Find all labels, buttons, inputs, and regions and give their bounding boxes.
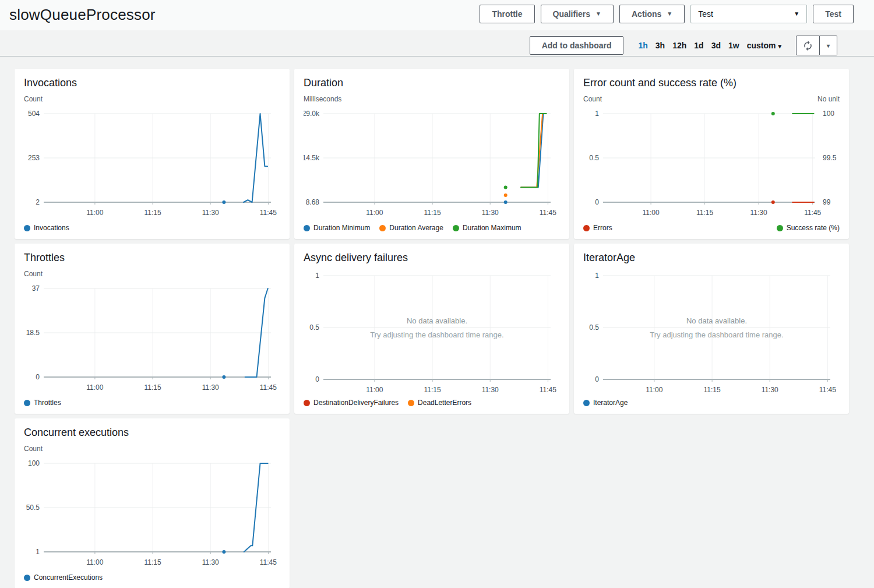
x-tick-label: 11:30 bbox=[202, 383, 219, 392]
test-event-select[interactable]: Test▼ bbox=[690, 5, 807, 23]
legend-item[interactable]: ConcurrentExecutions bbox=[24, 573, 103, 582]
y-tick-label: 37 bbox=[32, 284, 40, 293]
caret-down-icon: ▼ bbox=[595, 11, 601, 17]
legend-swatch-icon bbox=[453, 225, 459, 231]
panel-concurrent-executions: Concurrent executions Count10050.5111:00… bbox=[15, 418, 290, 588]
time-range-12h[interactable]: 12h bbox=[672, 41, 686, 50]
chart-legend: ErrorsSuccess rate (%) bbox=[583, 224, 840, 232]
y-tick-label: 29.0k bbox=[304, 110, 320, 118]
y-tick-label: 1 bbox=[36, 548, 40, 556]
legend-item[interactable]: DeadLetterErrors bbox=[408, 399, 471, 407]
x-tick-label: 11:45 bbox=[540, 209, 556, 217]
legend-swatch-icon bbox=[583, 225, 590, 231]
refresh-options-button[interactable]: ▾ bbox=[820, 36, 837, 55]
chart-legend: ConcurrentExecutions bbox=[24, 573, 280, 582]
x-tick-label: 11:45 bbox=[819, 386, 836, 394]
y-tick-label: 1 bbox=[595, 110, 599, 118]
time-range-3d[interactable]: 3d bbox=[711, 41, 721, 50]
panel-duration: Duration Milliseconds29.0k14.5k8.6811:00… bbox=[294, 69, 569, 239]
x-tick-label: 11:45 bbox=[260, 383, 277, 392]
chart-legend: Throttles bbox=[24, 399, 280, 407]
right-y-tick-label: 99 bbox=[823, 198, 831, 206]
time-range-3h[interactable]: 3h bbox=[656, 41, 665, 50]
panel-title: Async delivery failures bbox=[304, 252, 560, 264]
legend-item[interactable]: Success rate (%) bbox=[777, 224, 840, 232]
chart-plot: 3718.5011:0011:1511:3011:45 bbox=[24, 283, 280, 396]
axis-unit-row: Count bbox=[24, 445, 280, 453]
legend-swatch-icon bbox=[304, 400, 310, 406]
y-tick-label: 0 bbox=[36, 373, 40, 381]
legend-item[interactable]: Errors bbox=[583, 224, 612, 232]
panel-title: Concurrent executions bbox=[24, 427, 280, 439]
legend-item[interactable]: Duration Average bbox=[379, 224, 443, 232]
left-axis-unit: Milliseconds bbox=[304, 95, 341, 103]
x-tick-label: 11:30 bbox=[482, 209, 499, 217]
panel-throttles: Throttles Count3718.5011:0011:1511:3011:… bbox=[15, 244, 290, 414]
refresh-button[interactable] bbox=[796, 36, 820, 55]
metrics-grid: Invocations Count504253211:0011:1511:301… bbox=[15, 69, 849, 588]
legend-label: DestinationDeliveryFailures bbox=[313, 399, 399, 407]
x-tick-label: 11:00 bbox=[643, 209, 660, 217]
legend-item[interactable]: DestinationDeliveryFailures bbox=[304, 399, 399, 407]
panel-invocations: Invocations Count504253211:0011:1511:301… bbox=[15, 69, 290, 239]
add-to-dashboard-button[interactable]: Add to dashboard bbox=[530, 36, 624, 55]
y-tick-label: 14.5k bbox=[304, 154, 320, 162]
qualifiers-button-label: Qualifiers bbox=[553, 9, 591, 19]
panel-title: Throttles bbox=[24, 252, 280, 264]
chart-legend: Duration MinimumDuration AverageDuration… bbox=[304, 224, 560, 232]
legend-label: Duration Average bbox=[389, 224, 443, 232]
time-range-1d[interactable]: 1d bbox=[694, 41, 703, 50]
left-axis-unit: Count bbox=[24, 95, 43, 103]
test-event-select-value: Test bbox=[698, 9, 713, 19]
caret-down-icon: ▾ bbox=[827, 43, 830, 49]
time-range-1h[interactable]: 1h bbox=[638, 41, 647, 50]
x-tick-label: 11:30 bbox=[202, 558, 219, 566]
series-dot bbox=[504, 200, 508, 204]
no-data-message: No data available. bbox=[686, 316, 747, 325]
series-dot bbox=[222, 200, 225, 204]
test-button[interactable]: Test bbox=[813, 5, 854, 23]
x-tick-label: 11:15 bbox=[704, 386, 721, 394]
actions-button[interactable]: Actions▼ bbox=[619, 5, 685, 23]
legend-item[interactable]: IteratorAge bbox=[583, 399, 628, 407]
panel-error-success-rate: Error count and success rate (%) CountNo… bbox=[574, 69, 849, 239]
x-tick-label: 11:30 bbox=[482, 386, 499, 394]
panel-async-delivery-failures: Async delivery failures 10.5011:0011:151… bbox=[294, 244, 569, 414]
panel-title: Duration bbox=[304, 77, 560, 89]
x-tick-label: 11:30 bbox=[202, 209, 219, 217]
time-range-custom-label: custom bbox=[747, 41, 776, 50]
y-tick-label: 18.5 bbox=[26, 329, 40, 337]
throttle-button[interactable]: Throttle bbox=[480, 5, 534, 23]
x-tick-label: 11:15 bbox=[696, 209, 713, 217]
legend-swatch-icon bbox=[24, 400, 30, 406]
legend-swatch-icon bbox=[379, 225, 386, 231]
legend-item[interactable]: Invocations bbox=[24, 224, 69, 232]
qualifiers-button[interactable]: Qualifiers▼ bbox=[541, 5, 614, 23]
test-button-label: Test bbox=[825, 9, 841, 19]
left-axis-unit: Count bbox=[583, 95, 602, 103]
legend-label: ConcurrentExecutions bbox=[34, 573, 103, 582]
iterator-age-chart: 10.5011:0011:1511:3011:45No data availab… bbox=[583, 270, 840, 407]
x-tick-label: 11:45 bbox=[260, 209, 277, 217]
time-range-custom[interactable]: custom▾ bbox=[747, 41, 781, 50]
legend-label: IteratorAge bbox=[593, 399, 628, 407]
y-tick-label: 0.5 bbox=[589, 323, 599, 332]
x-tick-label: 11:15 bbox=[145, 383, 161, 392]
y-tick-label: 0 bbox=[315, 375, 319, 383]
x-tick-label: 11:00 bbox=[646, 386, 662, 394]
series-dot bbox=[222, 550, 225, 554]
y-tick-label: 8.68 bbox=[306, 198, 320, 206]
x-tick-label: 11:00 bbox=[366, 209, 383, 217]
y-tick-label: 50.5 bbox=[26, 504, 40, 512]
time-range-1w[interactable]: 1w bbox=[728, 41, 739, 50]
function-name-title: slowQueueProcessor bbox=[9, 6, 156, 24]
panel-title: IteratorAge bbox=[583, 252, 840, 264]
legend-item[interactable]: Duration Minimum bbox=[304, 224, 370, 232]
right-y-tick-label: 100 bbox=[823, 110, 834, 118]
concurrent-executions-chart: Count10050.5111:0011:1511:3011:45Concurr… bbox=[24, 445, 280, 582]
x-tick-label: 11:15 bbox=[424, 386, 441, 394]
legend-item[interactable]: Duration Maximum bbox=[453, 224, 521, 232]
legend-item[interactable]: Throttles bbox=[24, 399, 61, 407]
x-tick-label: 11:00 bbox=[86, 383, 103, 392]
series-dot bbox=[771, 112, 775, 115]
